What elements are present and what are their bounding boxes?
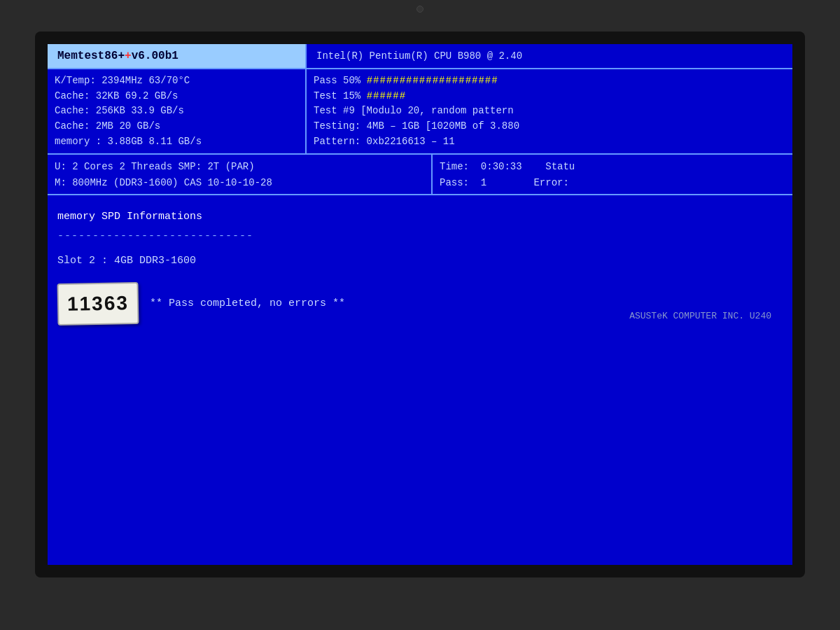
time-line: Time: 0:30:33 Statu: [440, 159, 785, 174]
cache2-line: Cache: 256KB 33.9 GB/s: [55, 104, 298, 119]
test-label: Test 15%: [314, 90, 360, 102]
sticker-label: 11363: [57, 282, 139, 326]
pass-count-value: 1: [481, 177, 486, 188]
plus-sign: +: [125, 50, 132, 62]
cpu-label: Intel(R) Pentium(R) CPU B980 @ 2.40: [316, 50, 522, 62]
test-num-line: Test #9 [Modulo 20, random pattern: [314, 104, 785, 119]
left-middle: U: 2 Cores 2 Threads SMP: 2T (PAR) M: 80…: [48, 155, 433, 194]
middle-section: U: 2 Cores 2 Threads SMP: 2T (PAR) M: 80…: [48, 155, 792, 195]
slot-info: Slot 2 : 4GB DDR3-1600: [57, 252, 783, 270]
laptop-frame: Memtest86++v6.00b1 Intel(R) Pentium(R) C…: [0, 0, 840, 630]
cache3-line: Cache: 2MB 20 GB/s: [55, 119, 298, 134]
pass-label: Pass 50%: [314, 75, 360, 86]
divider-line: ----------------------------: [57, 227, 783, 246]
test-hashes: ######: [367, 90, 406, 102]
pass-line: Pass 50% ####################: [314, 74, 785, 89]
testing-line: Testing: 4MB – 1GB [1020MB of 3.880: [314, 119, 785, 134]
pattern-line: Pattern: 0xb2216613 – 11: [314, 134, 785, 150]
cache1-line: Cache: 32KB 69.2 GB/s: [55, 89, 298, 104]
errors-label: Error:: [533, 177, 568, 188]
screen-bezel: Memtest86++v6.00b1 Intel(R) Pentium(R) C…: [35, 31, 805, 578]
time-value: 0:30:33: [481, 161, 522, 172]
pass-completed-message: ** Pass completed, no errors **: [150, 295, 345, 313]
cpu-info: Intel(R) Pentium(R) CPU B980 @ 2.40: [307, 44, 792, 68]
pass-hashes: ####################: [367, 75, 498, 86]
top-bar: Memtest86++v6.00b1 Intel(R) Pentium(R) C…: [48, 44, 792, 69]
time-label: Time:: [440, 161, 469, 172]
version-label: v6.00b1: [132, 50, 178, 62]
spd-section-title: memory SPD Informations: [57, 208, 783, 226]
memory-line: memory : 3.88GB 8.11 GB/s: [55, 134, 298, 150]
memory-speed-line: M: 800MHz (DDR3-1600) CAS 10-10-10-28: [55, 175, 424, 190]
clock-line: K/Temp: 2394MHz 63/70°C: [55, 74, 298, 89]
cpu-cores-line: U: 2 Cores 2 Threads SMP: 2T (PAR): [55, 159, 424, 174]
memtest-label: Memtest86+: [57, 50, 125, 62]
test-line: Test 15% ######: [314, 89, 785, 104]
pass-count-label: Pass:: [440, 177, 469, 188]
stats-section: K/Temp: 2394MHz 63/70°C Cache: 32KB 69.2…: [48, 69, 792, 155]
pass-count-line: Pass: 1 Error:: [440, 175, 785, 190]
webcam: [416, 6, 424, 13]
status-label: Statu: [545, 161, 575, 172]
main-area: memory SPD Informations ----------------…: [48, 195, 792, 337]
app-title: Memtest86++v6.00b1: [57, 50, 178, 62]
app-title-block: Memtest86++v6.00b1: [48, 44, 307, 68]
right-stats: Pass 50% #################### Test 15% #…: [307, 69, 792, 153]
bios-footer: ASUSTeK COMPUTER INC. U240: [629, 309, 771, 324]
right-middle: Time: 0:30:33 Statu Pass: 1 Error:: [433, 155, 792, 194]
left-stats: K/Temp: 2394MHz 63/70°C Cache: 32KB 69.2…: [48, 69, 307, 153]
screen: Memtest86++v6.00b1 Intel(R) Pentium(R) C…: [48, 44, 792, 565]
